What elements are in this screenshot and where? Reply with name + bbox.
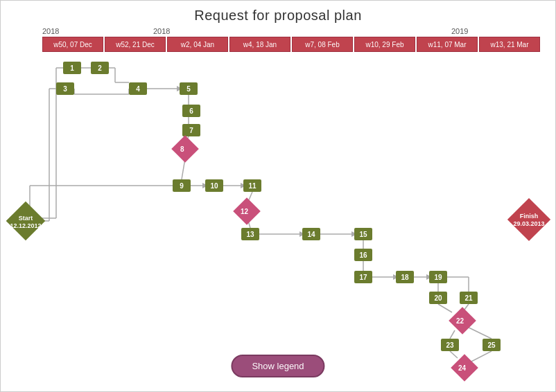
year-2019-label: 2019 — [451, 27, 468, 35]
task-node-2: 2 — [91, 62, 109, 74]
task-node-6: 6 — [182, 105, 200, 117]
year-2018a-label: 2018 — [42, 27, 59, 35]
week-bar-w10: w10, 29 Feb — [354, 37, 415, 52]
connections-svg — [1, 1, 556, 392]
chart-container: Request for proposal plan 2018 2018 2019… — [0, 0, 556, 392]
week-bar-w50: w50, 07 Dec — [42, 37, 103, 52]
task-node-5: 5 — [180, 82, 198, 95]
week-bar-w2: w2, 04 Jan — [167, 37, 228, 52]
task-node-23: 23 — [441, 339, 459, 351]
task-node-12-label: 12 — [241, 208, 248, 215]
svg-line-32 — [450, 330, 455, 339]
task-node-21: 21 — [460, 292, 478, 304]
svg-line-34 — [450, 351, 458, 358]
task-node-8-label: 8 — [180, 145, 184, 153]
task-node-13: 13 — [241, 228, 259, 240]
task-node-24-wrapper: 24 — [455, 358, 474, 377]
week-bar-w52: w52, 21 Dec — [105, 37, 166, 52]
week-bar-w13: w13, 21 Mar — [479, 37, 540, 52]
start-diamond: Start12.12.2012 — [9, 204, 42, 238]
finish-diamond: Finish29.03.2013 — [511, 202, 547, 238]
week-bar-w7: w7, 08 Feb — [292, 37, 353, 52]
task-node-22-label: 22 — [456, 317, 464, 325]
show-legend-button[interactable]: Show legend — [231, 355, 324, 377]
task-node-20: 20 — [429, 292, 447, 304]
task-node-15: 15 — [354, 228, 372, 240]
task-node-1: 1 — [63, 62, 81, 74]
start-label: Start12.12.2012 — [9, 215, 42, 230]
task-node-3: 3 — [56, 82, 74, 95]
svg-line-30 — [438, 304, 452, 312]
year-2018b-label: 2018 — [153, 27, 170, 35]
task-node-22-wrapper: 22 — [453, 311, 472, 330]
chart-title: Request for proposal plan — [1, 1, 555, 24]
task-node-24-label: 24 — [458, 364, 466, 372]
task-node-8-wrapper: 8 — [175, 139, 195, 159]
week-bar-w11: w11, 07 Mar — [417, 37, 478, 52]
task-node-10: 10 — [205, 179, 223, 192]
task-node-4: 4 — [129, 82, 147, 95]
task-node-14: 14 — [302, 228, 320, 240]
week-bar-w4: w4, 18 Jan — [229, 37, 290, 52]
task-node-25: 25 — [483, 339, 501, 351]
task-node-17: 17 — [354, 271, 372, 283]
task-node-8-diamond — [171, 135, 199, 163]
finish-label: Finish29.03.2013 — [511, 213, 547, 228]
task-node-9: 9 — [173, 179, 191, 192]
task-node-19: 19 — [429, 271, 447, 283]
timeline-header: 2018 2018 2019 w50, 07 Dec w52, 21 Dec w… — [42, 27, 548, 52]
task-node-11: 11 — [243, 179, 261, 192]
task-node-12-wrapper: 12 — [237, 202, 257, 221]
task-node-16: 16 — [354, 249, 372, 261]
task-node-18: 18 — [396, 271, 414, 283]
